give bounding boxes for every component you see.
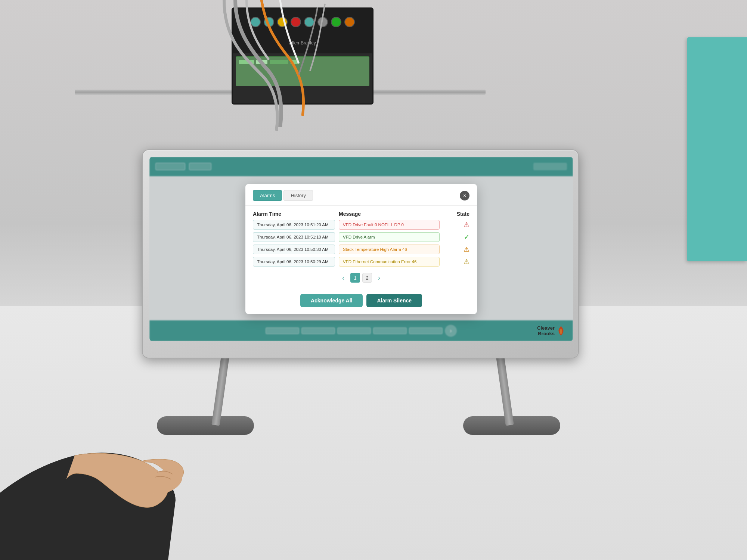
alarm-message-2: Stack Temperature High Alarm 46 <box>339 245 440 254</box>
monitor-screen: › Alarms History × <box>149 157 573 341</box>
pagination: ‹ 1 2 › <box>253 269 469 286</box>
state-icon-1: ✓ <box>443 233 469 241</box>
alarm-modal: Alarms History × Alarm Time Message Stat… <box>245 184 477 314</box>
tab-alarms[interactable]: Alarms <box>253 190 282 201</box>
alarm-time-2: Thursday, April 06, 2023 10:50:30 AM <box>253 245 335 254</box>
alarm-row-0: Thursday, April 06, 2023 10:51:20 AM VFD… <box>253 220 469 230</box>
modal-body: Alarm Time Message State Thursday, April… <box>245 206 477 291</box>
modal-overlay: Alarms History × Alarm Time Message Stat… <box>149 157 573 341</box>
hand-arm <box>0 299 209 560</box>
state-icon-0: ⚠ <box>443 221 469 229</box>
next-page-button[interactable]: › <box>374 273 384 283</box>
modal-footer: Acknowledge All Alarm Silence <box>245 291 477 314</box>
close-button[interactable]: × <box>460 191 469 200</box>
teal-wall-box <box>687 37 747 261</box>
alarm-row-3: Thursday, April 06, 2023 10:50:29 AM VFD… <box>253 257 469 267</box>
alarm-time-3: Thursday, April 06, 2023 10:50:29 AM <box>253 257 335 267</box>
state-icon-3: ⚠ <box>443 258 469 266</box>
alarm-silence-button[interactable]: Alarm Silence <box>366 294 422 307</box>
tab-container: Alarms History <box>253 190 313 201</box>
alarm-message-0: VFD Drive Fault 0 NOFILL DP 0 <box>339 220 440 230</box>
prev-page-button[interactable]: ‹ <box>338 273 348 283</box>
col-header-state: State <box>443 211 469 217</box>
alarm-message-3: VFD Ethernet Communication Error 46 <box>339 257 440 267</box>
col-header-message: Message <box>339 211 440 217</box>
alarm-message-1: VFD Drive Alarm <box>339 232 440 242</box>
cables-decoration <box>131 0 467 142</box>
hmi-screen: › Alarms History × <box>149 157 573 341</box>
alarm-row-2: Thursday, April 06, 2023 10:50:30 AM Sta… <box>253 245 469 254</box>
page-2-button[interactable]: 2 <box>362 273 372 283</box>
alarm-time-0: Thursday, April 06, 2023 10:51:20 AM <box>253 220 335 230</box>
tab-history[interactable]: History <box>283 190 313 201</box>
alarm-row-1: Thursday, April 06, 2023 10:51:10 AM VFD… <box>253 232 469 242</box>
state-icon-2: ⚠ <box>443 245 469 253</box>
column-headers: Alarm Time Message State <box>253 211 469 217</box>
page-1-button[interactable]: 1 <box>350 273 360 283</box>
alarm-time-1: Thursday, April 06, 2023 10:51:10 AM <box>253 232 335 242</box>
acknowledge-all-button[interactable]: Acknowledge All <box>300 294 363 307</box>
modal-header: Alarms History × <box>245 184 477 206</box>
col-header-time: Alarm Time <box>253 211 335 217</box>
